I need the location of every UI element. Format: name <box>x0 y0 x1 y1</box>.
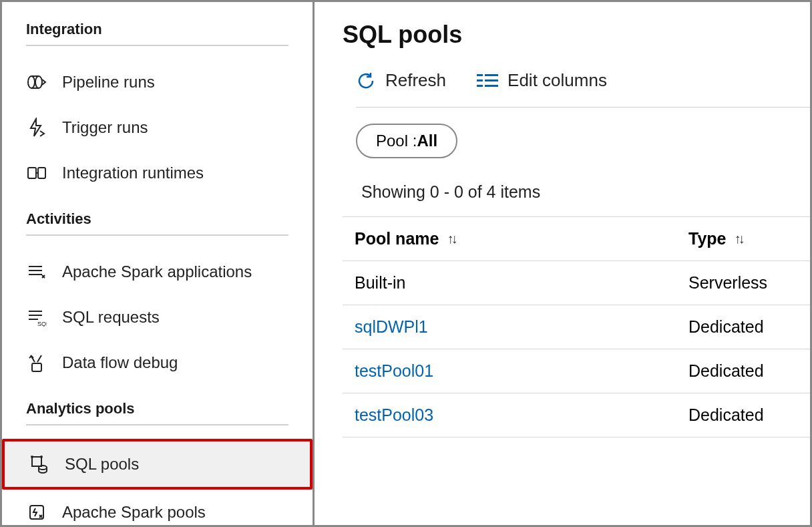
pool-type: Dedicated <box>688 405 810 425</box>
sidebar-item-apache-spark-pools[interactable]: Apache Spark pools <box>2 490 313 525</box>
svg-point-0 <box>28 76 35 88</box>
sidebar-item-label: Integration runtimes <box>62 164 204 182</box>
sidebar-item-label: Trigger runs <box>62 118 148 137</box>
svg-rect-15 <box>477 85 483 87</box>
svg-rect-3 <box>38 168 45 178</box>
sidebar-item-label: Data flow debug <box>62 353 178 372</box>
sidebar-item-label: Apache Spark applications <box>62 262 252 281</box>
sidebar: Integration Pipeline runs Trigger runs I… <box>2 2 315 525</box>
sidebar-item-sql-requests[interactable]: SQL SQL requests <box>2 295 313 340</box>
svg-rect-16 <box>485 85 498 87</box>
sidebar-item-pipeline-runs[interactable]: Pipeline runs <box>2 59 313 105</box>
pipeline-icon <box>26 71 47 93</box>
pool-name-link[interactable]: sqlDWPl1 <box>355 317 688 337</box>
spark-pool-icon <box>26 502 47 523</box>
sidebar-item-spark-applications[interactable]: Apache Spark applications <box>2 249 313 295</box>
refresh-button[interactable]: Refresh <box>356 70 446 91</box>
edit-columns-icon <box>477 73 498 89</box>
sql-pool-icon <box>29 454 50 475</box>
sidebar-item-label: SQL requests <box>62 308 160 327</box>
svg-rect-11 <box>477 74 483 76</box>
sidebar-item-label: SQL pools <box>65 455 139 474</box>
toolbar: Refresh Edit columns <box>356 70 810 108</box>
column-header-pool-name[interactable]: Pool name ↑↓ <box>355 229 688 248</box>
svg-rect-2 <box>28 168 36 178</box>
sql-requests-icon: SQL <box>26 307 47 328</box>
filter-pool[interactable]: Pool : All <box>356 124 457 158</box>
svg-point-7 <box>31 456 33 458</box>
sort-icon: ↑↓ <box>447 231 455 246</box>
table-row: sqlDWPl1 Dedicated <box>343 305 810 349</box>
sort-icon: ↑↓ <box>735 231 743 246</box>
svg-rect-14 <box>485 79 498 81</box>
pool-name-link[interactable]: testPool03 <box>355 405 688 425</box>
pool-name: Built-in <box>355 273 688 293</box>
svg-point-1 <box>35 76 42 88</box>
table-row: testPool01 Dedicated <box>343 349 810 393</box>
svg-rect-13 <box>477 79 483 81</box>
svg-point-8 <box>41 456 42 458</box>
svg-rect-6 <box>32 457 41 466</box>
section-activities: Activities <box>26 210 288 236</box>
column-header-type[interactable]: Type ↑↓ <box>688 229 810 248</box>
table-row: testPool03 Dedicated <box>343 393 810 437</box>
pool-type: Dedicated <box>688 361 810 381</box>
svg-point-9 <box>39 466 47 470</box>
main-content: SQL pools Refresh Edit columns Pool : <box>315 2 810 525</box>
dataflow-icon <box>26 352 47 373</box>
section-integration: Integration <box>26 21 288 46</box>
section-analytics-pools: Analytics pools <box>26 400 288 425</box>
pool-type: Dedicated <box>688 317 810 337</box>
pool-type: Serverless <box>688 273 810 293</box>
sidebar-item-trigger-runs[interactable]: Trigger runs <box>2 105 313 150</box>
svg-text:SQL: SQL <box>37 321 47 327</box>
items-count-text: Showing 0 - 0 of 4 items <box>343 158 810 216</box>
trigger-icon <box>26 117 47 138</box>
sidebar-item-label: Pipeline runs <box>62 73 155 92</box>
page-title: SQL pools <box>343 21 810 49</box>
table-row: Built-in Serverless <box>343 261 810 305</box>
sidebar-item-integration-runtimes[interactable]: Integration runtimes <box>2 150 313 196</box>
runtime-icon <box>26 162 47 184</box>
svg-rect-12 <box>485 74 498 76</box>
pools-table: Pool name ↑↓ Type ↑↓ Built-in Serverless… <box>343 216 810 437</box>
sidebar-item-sql-pools[interactable]: SQL pools <box>2 439 313 490</box>
refresh-icon <box>356 71 376 91</box>
svg-rect-5 <box>32 363 41 371</box>
pool-name-link[interactable]: testPool01 <box>355 361 688 381</box>
sidebar-item-label: Apache Spark pools <box>62 503 206 522</box>
sidebar-item-data-flow-debug[interactable]: Data flow debug <box>2 340 313 385</box>
edit-columns-button[interactable]: Edit columns <box>477 70 607 91</box>
spark-app-icon <box>26 261 47 283</box>
